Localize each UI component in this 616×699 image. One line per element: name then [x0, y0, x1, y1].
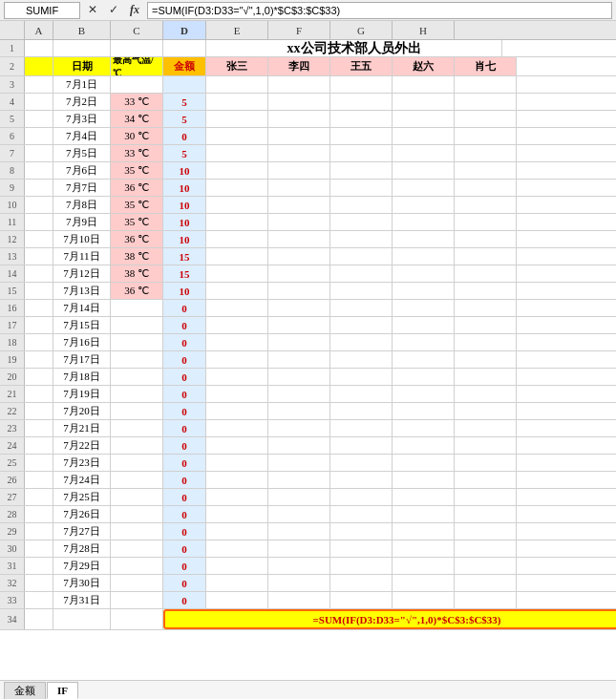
cell-amount3[interactable]: [163, 76, 206, 93]
cell-w5-31[interactable]: [330, 558, 393, 574]
cell-e2[interactable]: 张三: [206, 57, 268, 75]
col-header-b[interactable]: B: [53, 21, 111, 39]
cell-x7-28[interactable]: [455, 506, 517, 522]
cell-l4-23[interactable]: [268, 420, 330, 436]
cell-z6-23[interactable]: [393, 420, 455, 436]
cell-date16[interactable]: 7月14日: [53, 300, 111, 316]
cell-a32[interactable]: [25, 575, 53, 591]
cell-temp5[interactable]: 34 ℃: [111, 111, 163, 127]
cell-amount6[interactable]: 0: [163, 128, 206, 144]
cell-w5-25[interactable]: [330, 455, 393, 471]
cell-z3-14[interactable]: [206, 265, 268, 282]
cell-l4-16[interactable]: [268, 300, 330, 316]
cell-x7-22[interactable]: [455, 403, 517, 419]
cell-date22[interactable]: 7月20日: [53, 403, 111, 419]
cell-temp21[interactable]: [111, 386, 163, 402]
cell-c1[interactable]: [111, 40, 163, 56]
cell-x7-20[interactable]: [455, 369, 517, 385]
cell-amount13[interactable]: 15: [163, 248, 206, 265]
cell-date8[interactable]: 7月6日: [53, 162, 111, 179]
cell-a23[interactable]: [25, 420, 53, 436]
cell-z6-3[interactable]: [393, 76, 455, 93]
cell-temp32[interactable]: [111, 575, 163, 591]
cell-w5-4[interactable]: [330, 94, 393, 110]
cell-z3-24[interactable]: [206, 437, 268, 454]
cell-l4-20[interactable]: [268, 369, 330, 385]
cell-z6-17[interactable]: [393, 317, 455, 333]
cell-a5[interactable]: [25, 111, 53, 127]
cell-z3-21[interactable]: [206, 386, 268, 402]
cell-a13[interactable]: [25, 248, 53, 265]
cell-x7-10[interactable]: [455, 197, 517, 213]
cell-w5-3[interactable]: [330, 76, 393, 93]
cell-amount5[interactable]: 5: [163, 111, 206, 127]
cell-l4-18[interactable]: [268, 334, 330, 350]
cell-l4-5[interactable]: [268, 111, 330, 127]
cell-x7-30[interactable]: [455, 540, 517, 557]
cell-amount20[interactable]: 0: [163, 369, 206, 385]
cell-z6-33[interactable]: [393, 592, 455, 608]
cell-z3-11[interactable]: [206, 214, 268, 230]
cell-temp7[interactable]: 33 ℃: [111, 145, 163, 161]
cell-l4-17[interactable]: [268, 317, 330, 333]
cell-temp13[interactable]: 38 ℃: [111, 248, 163, 265]
cell-b2[interactable]: 日期: [53, 57, 111, 75]
cell-w5-30[interactable]: [330, 540, 393, 557]
cell-l4-13[interactable]: [268, 248, 330, 265]
cell-w5-7[interactable]: [330, 145, 393, 161]
cell-date3[interactable]: 7月1日: [53, 76, 111, 93]
cell-l4-6[interactable]: [268, 128, 330, 144]
cell-temp11[interactable]: 35 ℃: [111, 214, 163, 230]
cell-w5-8[interactable]: [330, 162, 393, 179]
cell-temp26[interactable]: [111, 472, 163, 488]
cell-date12[interactable]: 7月10日: [53, 231, 111, 247]
cell-x7-5[interactable]: [455, 111, 517, 127]
cell-l4-28[interactable]: [268, 506, 330, 522]
cell-a31[interactable]: [25, 558, 53, 574]
cell-z3-30[interactable]: [206, 540, 268, 557]
cell-temp12[interactable]: 36 ℃: [111, 231, 163, 247]
cell-a25[interactable]: [25, 455, 53, 471]
cell-z3-3[interactable]: [206, 76, 268, 93]
tab-if[interactable]: IF: [47, 682, 78, 699]
cell-amount29[interactable]: 0: [163, 523, 206, 540]
cell-temp23[interactable]: [111, 420, 163, 436]
cell-z6-30[interactable]: [393, 540, 455, 557]
cell-temp25[interactable]: [111, 455, 163, 471]
cell-a2[interactable]: [25, 57, 53, 75]
cell-temp31[interactable]: [111, 558, 163, 574]
cell-z6-14[interactable]: [393, 265, 455, 282]
cell-w5-6[interactable]: [330, 128, 393, 144]
cell-z3-6[interactable]: [206, 128, 268, 144]
cell-a4[interactable]: [25, 94, 53, 110]
cell-x7-11[interactable]: [455, 214, 517, 230]
cell-z3-5[interactable]: [206, 111, 268, 127]
cell-z3-25[interactable]: [206, 455, 268, 471]
cell-a8[interactable]: [25, 162, 53, 179]
cell-a24[interactable]: [25, 437, 53, 454]
cell-a16[interactable]: [25, 300, 53, 316]
cell-date7[interactable]: 7月5日: [53, 145, 111, 161]
cell-z6-5[interactable]: [393, 111, 455, 127]
cell-date14[interactable]: 7月12日: [53, 265, 111, 282]
cell-l4-14[interactable]: [268, 265, 330, 282]
cell-l4-27[interactable]: [268, 489, 330, 505]
cell-z6-20[interactable]: [393, 369, 455, 385]
cell-amount17[interactable]: 0: [163, 317, 206, 333]
cell-l4-7[interactable]: [268, 145, 330, 161]
cell-date19[interactable]: 7月17日: [53, 351, 111, 368]
formula-input[interactable]: [147, 2, 612, 19]
cell-z3-7[interactable]: [206, 145, 268, 161]
cell-l4-19[interactable]: [268, 351, 330, 368]
cell-z3-12[interactable]: [206, 231, 268, 247]
cell-amount9[interactable]: 10: [163, 180, 206, 196]
cell-temp27[interactable]: [111, 489, 163, 505]
cell-temp10[interactable]: 35 ℃: [111, 197, 163, 213]
cell-z6-19[interactable]: [393, 351, 455, 368]
cell-l4-10[interactable]: [268, 197, 330, 213]
cell-l4-33[interactable]: [268, 592, 330, 608]
cell-h2[interactable]: 赵六: [393, 57, 455, 75]
col-header-a[interactable]: A: [25, 21, 53, 39]
cell-formula-highlight[interactable]: =SUM(IF(D3:D33="√",1,0)*$C$3:$C$33): [163, 609, 616, 629]
cell-z3-16[interactable]: [206, 300, 268, 316]
